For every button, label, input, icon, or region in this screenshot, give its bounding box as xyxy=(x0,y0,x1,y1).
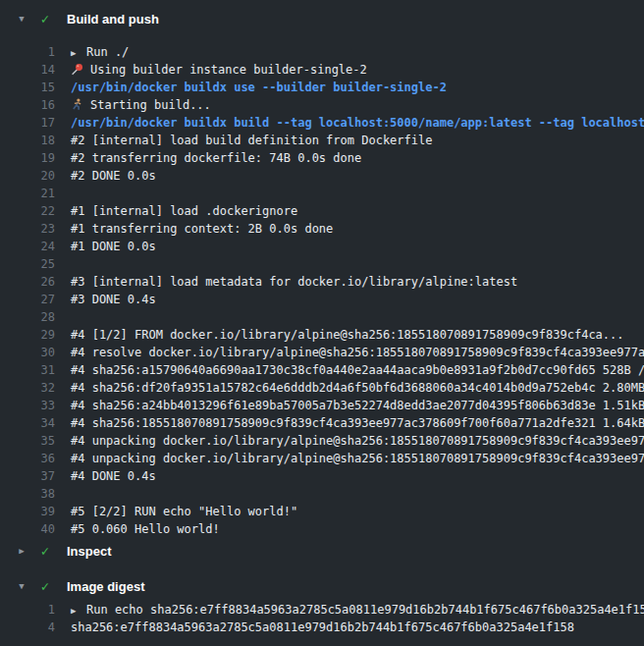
log-line-text: #3 [internal] load metadata for docker.i… xyxy=(71,273,517,291)
line-number[interactable]: 15 xyxy=(0,79,55,96)
line-number[interactable]: 40 xyxy=(0,520,55,538)
log-line: 26#3 [internal] load metadata for docker… xyxy=(0,273,644,291)
log-text-content: #3 DONE 0.4s xyxy=(71,293,156,306)
log-line-text: #4 [1/2] FROM docker.io/library/alpine@s… xyxy=(71,326,624,344)
log-group-header-image-digest[interactable]: ▼✓Image digest xyxy=(0,573,644,599)
log-line: 39#5 [2/2] RUN echo "Hello world!" xyxy=(0,503,644,520)
log-line: 19#2 transferring dockerfile: 74B 0.0s d… xyxy=(0,149,644,167)
log-text-content: #4 [1/2] FROM docker.io/library/alpine@s… xyxy=(71,328,624,342)
line-number[interactable]: 21 xyxy=(0,185,55,202)
log-line: 28 xyxy=(0,308,644,326)
log-group-build-and-push: ▼✓Build and push1▶Run ./14Using builder … xyxy=(0,6,644,538)
line-number[interactable]: 32 xyxy=(0,379,55,397)
line-number[interactable]: 38 xyxy=(0,485,55,503)
line-number[interactable]: 19 xyxy=(0,149,55,167)
line-number[interactable]: 30 xyxy=(0,344,55,361)
line-number[interactable]: 1 xyxy=(0,43,55,61)
log-line: 22#1 [internal] load .dockerignore xyxy=(0,202,644,220)
log-text-content: #4 sha256:df20fa9351a15782c64e6dddb2d4a6… xyxy=(71,381,644,395)
success-check-icon: ✓ xyxy=(37,538,53,564)
log-text-content: Using builder instance builder-single-2 xyxy=(90,63,367,77)
log-line: 23#1 transferring context: 2B 0.0s done xyxy=(0,220,644,238)
line-number[interactable]: 27 xyxy=(0,291,55,308)
log-line-text[interactable]: ▶Run ./ xyxy=(71,43,129,61)
log-text-content: #4 sha256:185518070891758909c9f839cf4ca3… xyxy=(71,416,644,430)
log-lines: 1▶Run echo sha256:e7ff8834a5963a2785c5a0… xyxy=(0,599,644,636)
line-number[interactable]: 23 xyxy=(0,220,55,238)
log-line-text: /usr/bin/docker buildx use --builder bui… xyxy=(71,79,447,96)
runner-icon xyxy=(71,98,83,111)
log-line: 14Using builder instance builder-single-… xyxy=(0,61,644,79)
chevron-right-icon[interactable]: ▶ xyxy=(14,538,29,564)
log-line-text: #1 DONE 0.0s xyxy=(71,238,156,255)
chevron-down-icon[interactable]: ▼ xyxy=(14,573,29,599)
log-text-content: #1 [internal] load .dockerignore xyxy=(71,204,297,218)
log-text-content: sha256:e7ff8834a5963a2785c5a0811e979d16b… xyxy=(71,620,574,634)
line-number[interactable]: 26 xyxy=(0,273,55,291)
log-group-header-build-and-push[interactable]: ▼✓Build and push xyxy=(0,6,644,31)
log-line: 1▶Run echo sha256:e7ff8834a5963a2785c5a0… xyxy=(0,601,644,619)
log-line: 35#4 unpacking docker.io/library/alpine@… xyxy=(0,432,644,450)
log-text-content: #2 DONE 0.0s xyxy=(71,169,156,183)
log-group-title: Build and push xyxy=(67,12,159,27)
line-number[interactable]: 31 xyxy=(0,361,55,379)
line-number[interactable]: 36 xyxy=(0,450,55,467)
expand-step-icon[interactable]: ▶ xyxy=(71,602,80,619)
line-number[interactable]: 17 xyxy=(0,114,55,132)
line-number[interactable]: 20 xyxy=(0,167,55,185)
log-group-title: Image digest xyxy=(67,579,144,594)
log-line: 31#4 sha256:a15790640a6690aa1730c38cf0a4… xyxy=(0,361,644,379)
line-number[interactable]: 33 xyxy=(0,397,55,414)
line-number[interactable]: 28 xyxy=(0,308,55,326)
log-text-content: #5 [2/2] RUN echo "Hello world!" xyxy=(71,505,297,518)
log-line-text: Starting build... xyxy=(71,96,211,114)
log-text-content: Run ./ xyxy=(86,45,129,59)
workflow-log: ▼✓Build and push1▶Run ./14Using builder … xyxy=(0,0,644,636)
log-line: 29#4 [1/2] FROM docker.io/library/alpine… xyxy=(0,326,644,344)
line-number[interactable]: 39 xyxy=(0,503,55,520)
log-text-content: /usr/bin/docker buildx build --tag local… xyxy=(71,116,644,130)
line-number[interactable]: 29 xyxy=(0,326,55,344)
line-number[interactable]: 22 xyxy=(0,202,55,220)
log-text-content: Starting build... xyxy=(90,98,211,112)
line-number[interactable]: 14 xyxy=(0,61,55,79)
chevron-down-icon[interactable]: ▼ xyxy=(14,6,29,31)
expand-step-icon[interactable]: ▶ xyxy=(71,44,80,62)
line-number[interactable]: 1 xyxy=(0,601,55,619)
line-number[interactable]: 24 xyxy=(0,238,55,255)
log-line-text: #1 transferring context: 2B 0.0s done xyxy=(71,220,333,238)
log-group-inspect: ▶✓Inspect xyxy=(0,538,644,564)
group-spacer xyxy=(0,564,644,573)
log-group-header-inspect[interactable]: ▶✓Inspect xyxy=(0,538,644,564)
line-number[interactable]: 18 xyxy=(0,132,55,149)
log-line: 25 xyxy=(0,255,644,273)
line-number[interactable]: 34 xyxy=(0,414,55,432)
log-line: 37#4 DONE 0.4s xyxy=(0,467,644,485)
log-line: 33#4 sha256:a24bb4013296f61e89ba57005a7b… xyxy=(0,397,644,414)
success-check-icon: ✓ xyxy=(37,573,53,599)
log-line: 1▶Run ./ xyxy=(0,43,644,61)
log-line-text: #4 resolve docker.io/library/alpine@sha2… xyxy=(71,344,644,361)
log-line: 20#2 DONE 0.0s xyxy=(0,167,644,185)
log-line-text: sha256:e7ff8834a5963a2785c5a0811e979d16b… xyxy=(71,619,574,636)
line-number[interactable]: 37 xyxy=(0,467,55,485)
log-line-text: #5 0.060 Hello world! xyxy=(71,520,220,538)
log-line: 21 xyxy=(0,185,644,202)
log-line-text: #2 [internal] load build definition from… xyxy=(71,132,432,149)
log-line: 36#4 unpacking docker.io/library/alpine@… xyxy=(0,450,644,467)
line-number[interactable]: 16 xyxy=(0,96,55,114)
log-line-text: #4 sha256:a15790640a6690aa1730c38cf0a440… xyxy=(71,361,644,379)
line-number[interactable]: 25 xyxy=(0,255,55,273)
log-line-text: Using builder instance builder-single-2 xyxy=(71,61,367,79)
log-line-text: #5 [2/2] RUN echo "Hello world!" xyxy=(71,503,297,520)
log-line-text: #4 sha256:df20fa9351a15782c64e6dddb2d4a6… xyxy=(71,379,644,397)
log-line: 4sha256:e7ff8834a5963a2785c5a0811e979d16… xyxy=(0,619,644,636)
line-number[interactable]: 4 xyxy=(0,619,55,636)
log-text-content: #2 [internal] load build definition from… xyxy=(71,134,432,147)
log-line-text[interactable]: ▶Run echo sha256:e7ff8834a5963a2785c5a08… xyxy=(71,601,644,619)
log-lines: 1▶Run ./14Using builder instance builder… xyxy=(0,31,644,538)
log-line: 17/usr/bin/docker buildx build --tag loc… xyxy=(0,114,644,132)
log-group-image-digest: ▼✓Image digest1▶Run echo sha256:e7ff8834… xyxy=(0,573,644,636)
log-line-text: #3 DONE 0.4s xyxy=(71,291,156,308)
line-number[interactable]: 35 xyxy=(0,432,55,450)
